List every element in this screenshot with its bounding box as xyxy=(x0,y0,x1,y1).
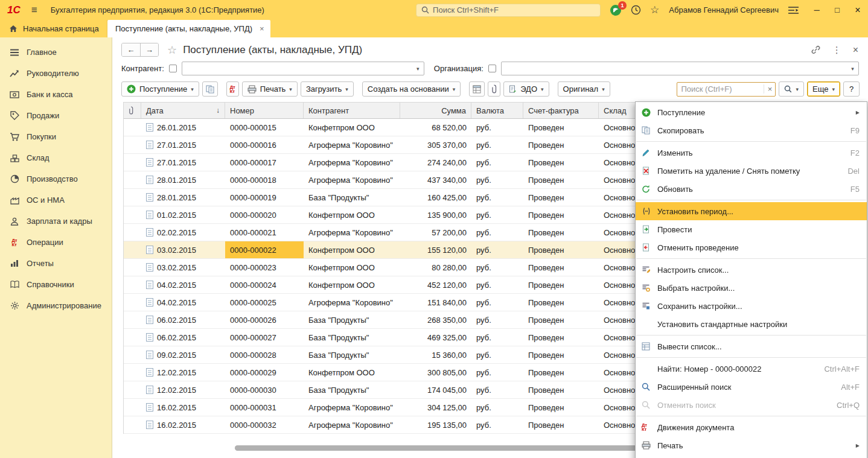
counterparty-combo[interactable]: ▾ xyxy=(182,62,424,75)
sidebar-item-operations[interactable]: ДтКтОперации xyxy=(0,232,112,253)
menu-item-find[interactable]: Найти: Номер - 0000-000022Ctrl+Alt+F xyxy=(636,360,867,378)
menu-item-unpost[interactable]: Отменить проведение xyxy=(636,238,867,256)
menu-item-load[interactable]: Загрузить▶ xyxy=(636,454,867,458)
amount-cell[interactable]: 304 125,00 xyxy=(400,399,471,416)
discussions-button[interactable]: 1 xyxy=(610,4,622,16)
menu-item-edit[interactable]: ИзменитьF2 xyxy=(636,144,867,162)
counterparty-combo-input[interactable] xyxy=(182,64,412,73)
number-cell[interactable]: 0000-000021 xyxy=(225,224,304,241)
amount-cell[interactable]: 268 350,00 xyxy=(400,311,471,328)
date-cell[interactable]: 04.02.2015 xyxy=(141,294,225,311)
menu-item-set-period[interactable]: Установить период... xyxy=(636,202,867,220)
currency-cell[interactable]: руб. xyxy=(471,276,523,293)
currency-cell[interactable]: руб. xyxy=(471,329,523,346)
sidebar-item-main[interactable]: Главное xyxy=(0,42,112,63)
close-window-button[interactable]: × xyxy=(847,0,868,20)
amount-cell[interactable]: 469 325,00 xyxy=(400,329,471,346)
number-cell[interactable]: 0000-000025 xyxy=(225,294,304,311)
tab-receipts[interactable]: Поступление (акты, накладные, УПД) × xyxy=(107,20,270,37)
number-cell[interactable]: 0000-000015 xyxy=(225,119,304,136)
favorite-star-icon[interactable]: ☆ xyxy=(167,43,177,57)
get-link-icon[interactable] xyxy=(811,45,821,55)
invoice-cell[interactable]: Проведен xyxy=(523,206,599,223)
invoice-cell[interactable]: Проведен xyxy=(523,311,599,328)
currency-cell[interactable]: руб. xyxy=(471,224,523,241)
invoice-cell[interactable]: Проведен xyxy=(523,136,599,153)
currency-cell[interactable]: руб. xyxy=(471,346,523,363)
amount-cell[interactable]: 155 120,00 xyxy=(400,241,471,258)
clear-search-icon[interactable]: × xyxy=(764,84,775,94)
help-button[interactable]: ? xyxy=(843,81,860,97)
date-cell[interactable]: 03.02.2015 xyxy=(141,259,225,276)
amount-cell[interactable]: 437 340,00 xyxy=(400,171,471,188)
menu-item-document-movements[interactable]: ДтКтДвижения документа xyxy=(636,418,867,436)
date-cell[interactable]: 28.01.2015 xyxy=(141,171,225,188)
amount-cell[interactable]: 80 280,00 xyxy=(400,259,471,276)
counterparty-cell[interactable]: База "Продукты" xyxy=(304,381,400,398)
chevron-down-icon[interactable]: ▾ xyxy=(847,66,858,72)
number-cell[interactable]: 0000-000020 xyxy=(225,206,304,223)
invoice-cell[interactable]: Проведен xyxy=(523,399,599,416)
invoice-cell[interactable]: Проведен xyxy=(523,241,599,258)
invoice-cell[interactable]: Проведен xyxy=(523,224,599,241)
sidebar-item-warehouse[interactable]: Склад xyxy=(0,147,112,168)
counterparty-column-header[interactable]: Контрагент xyxy=(304,103,400,118)
counterparty-cell[interactable]: Конфетпром ООО xyxy=(304,241,400,258)
counterparty-cell[interactable]: Агроферма "Коровино" xyxy=(304,171,400,188)
global-search[interactable] xyxy=(416,4,601,17)
counterparty-cell[interactable]: Агроферма "Коровино" xyxy=(304,294,400,311)
service-menu-icon[interactable] xyxy=(788,6,799,14)
tab-close-icon[interactable]: × xyxy=(260,24,264,33)
date-cell[interactable]: 03.02.2015 xyxy=(141,241,225,258)
edo-button[interactable]: ЭДО▾ xyxy=(503,81,549,97)
date-cell[interactable]: 27.01.2015 xyxy=(141,136,225,153)
amount-cell[interactable]: 452 120,00 xyxy=(400,276,471,293)
amount-cell[interactable]: 57 200,00 xyxy=(400,224,471,241)
number-cell[interactable]: 0000-000018 xyxy=(225,171,304,188)
counterparty-cell[interactable]: Агроферма "Коровино" xyxy=(304,224,400,241)
amount-column-header[interactable]: Сумма xyxy=(400,103,471,118)
new-receipt-button[interactable]: Поступление▾ xyxy=(121,81,199,97)
number-cell[interactable]: 0000-000030 xyxy=(225,381,304,398)
invoice-column-header[interactable]: Счет-фактура xyxy=(523,103,599,118)
amount-cell[interactable]: 68 520,00 xyxy=(400,119,471,136)
menu-item-standard-settings[interactable]: Установить стандартные настройки xyxy=(636,315,867,333)
sidebar-item-production[interactable]: Производство xyxy=(0,168,112,189)
currency-cell[interactable]: руб. xyxy=(471,311,523,328)
menu-item-mark-deletion[interactable]: Пометить на удаление / Снять пометкуDel xyxy=(636,162,867,180)
document-movements-button[interactable]: ДтКт xyxy=(226,81,239,97)
sidebar-item-references[interactable]: Справочники xyxy=(0,274,112,295)
menu-item-configure-list[interactable]: Настроить список... xyxy=(636,261,867,279)
date-cell[interactable]: 02.02.2015 xyxy=(141,224,225,241)
original-button[interactable]: Оригинал▾ xyxy=(558,81,610,97)
global-search-input[interactable] xyxy=(433,5,595,14)
currency-cell[interactable]: руб. xyxy=(471,259,523,276)
currency-cell[interactable]: руб. xyxy=(471,154,523,171)
amount-cell[interactable]: 160 425,00 xyxy=(400,189,471,206)
forward-button[interactable]: → xyxy=(140,43,158,56)
menu-item-cancel-search[interactable]: Отменить поискCtrl+Q xyxy=(636,396,867,414)
back-button[interactable]: ← xyxy=(122,43,140,56)
amount-cell[interactable]: 300 805,00 xyxy=(400,364,471,381)
menu-item-new-receipt[interactable]: Поступление▶ xyxy=(636,103,867,121)
currency-cell[interactable]: руб. xyxy=(471,294,523,311)
number-cell[interactable]: 0000-000028 xyxy=(225,346,304,363)
menu-item-copy[interactable]: СкопироватьF9 xyxy=(636,121,867,139)
amount-cell[interactable]: 135 900,00 xyxy=(400,206,471,223)
counterparty-filter-checkbox[interactable] xyxy=(169,65,177,72)
number-cell[interactable]: 0000-000024 xyxy=(225,276,304,293)
counterparty-cell[interactable]: База "Продукты" xyxy=(304,311,400,328)
search-dropdown-button[interactable]: ▾ xyxy=(779,81,804,97)
counterparty-cell[interactable]: Агроферма "Коровино" xyxy=(304,136,400,153)
invoice-cell[interactable]: Проведен xyxy=(523,154,599,171)
invoice-cell[interactable]: Проведен xyxy=(523,416,599,433)
number-cell[interactable]: 0000-000027 xyxy=(225,329,304,346)
currency-cell[interactable]: руб. xyxy=(471,189,523,206)
counterparty-cell[interactable]: База "Продукты" xyxy=(304,329,400,346)
counterparty-cell[interactable]: База "Продукты" xyxy=(304,189,400,206)
chevron-down-icon[interactable]: ▾ xyxy=(412,66,424,72)
scrollbar-thumb[interactable] xyxy=(235,445,660,451)
counterparty-cell[interactable]: Конфетпром ООО xyxy=(304,364,400,381)
invoice-cell[interactable]: Проведен xyxy=(523,381,599,398)
maximize-button[interactable]: □ xyxy=(827,0,847,20)
